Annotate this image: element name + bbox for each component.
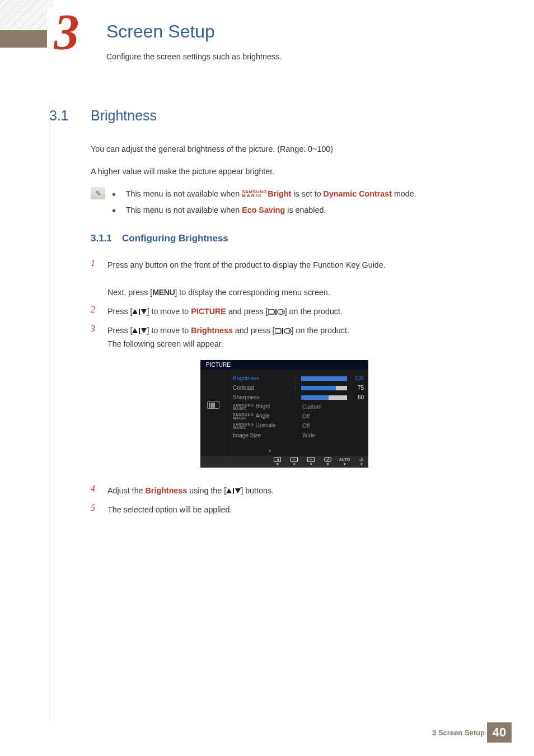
step-keyword: Brightness — [146, 486, 188, 495]
osd-auto-icon: AUTO▾ — [341, 457, 348, 466]
osd-down-arrow-icon: ▼ — [268, 449, 272, 454]
svg-rect-4 — [275, 309, 277, 315]
osd-slider — [301, 395, 348, 400]
up-down-icon — [132, 309, 147, 315]
note-list: • This menu is not available when SAMSUN… — [112, 186, 485, 219]
left-margin-rule — [49, 101, 50, 722]
page-number: 40 — [487, 722, 512, 743]
osd-row-magic-upscale: SAMSUNGMAGICUpscale: Off — [233, 421, 364, 431]
osd-enter-icon: ↲▾ — [324, 457, 331, 466]
step-text: Press [ — [107, 326, 133, 335]
select-enter-icon — [268, 309, 285, 315]
svg-marker-0 — [132, 309, 138, 314]
menu-button-label: MENU — [152, 288, 175, 297]
chapter-title: Screen Setup — [106, 21, 215, 42]
samsung-magic-logo: SAMSUNGMAGIC — [233, 404, 254, 410]
step-text: and press [ — [226, 307, 268, 316]
osd-value: 100 — [350, 375, 364, 381]
svg-marker-9 — [141, 328, 147, 333]
page-footer: 3 Screen Setup 40 — [0, 722, 534, 739]
osd-label: Brightness — [233, 375, 294, 381]
note-text: is set to — [291, 189, 323, 198]
osd-value: Custom — [302, 404, 321, 410]
svg-marker-14 — [226, 488, 232, 493]
paragraph-2: A higher value will make the picture app… — [91, 166, 485, 178]
osd-label: Sharpness — [233, 394, 294, 400]
note-item-1: • This menu is not available when SAMSUN… — [112, 186, 485, 199]
svg-rect-1 — [139, 309, 140, 315]
step-text: Press [ — [107, 307, 133, 316]
osd-value: 75 — [350, 385, 364, 391]
osd-back-icon: ◂▾ — [274, 457, 281, 466]
step-text: and press [ — [233, 326, 275, 335]
step-text: ] on the product. — [292, 326, 349, 335]
step-keyword: PICTURE — [191, 307, 226, 316]
footer-section-label: 3 Screen Setup — [432, 729, 485, 737]
svg-rect-3 — [268, 310, 274, 314]
osd-title: PICTURE — [200, 360, 368, 370]
samsung-magic-logo: SAMSUNGMAGIC — [242, 190, 267, 198]
osd-slider — [301, 386, 348, 390]
samsung-magic-logo: SAMSUNGMAGIC — [233, 413, 254, 420]
osd-row-contrast: Contrast: 75 — [233, 383, 364, 393]
svg-rect-8 — [139, 328, 140, 334]
step-4: 4 Adjust the Brightness using the [] but… — [91, 484, 485, 497]
osd-value: Off — [302, 413, 310, 419]
note-text: This menu is not available when — [126, 189, 242, 198]
step-1: 1 Press any button on the front of the p… — [91, 258, 485, 299]
up-down-icon — [132, 328, 147, 334]
svg-rect-11 — [282, 328, 283, 334]
samsung-magic-logo: SAMSUNGMAGIC — [233, 423, 254, 430]
osd-plus-icon: +▾ — [307, 457, 315, 466]
step-text: Adjust the — [107, 486, 146, 495]
step-list: 1 Press any button on the front of the p… — [91, 258, 485, 357]
osd-row-magic-bright: SAMSUNGMAGICBright: Custom — [233, 402, 364, 412]
section-title: Brightness — [91, 108, 157, 124]
step-5: 5 The selected option will be applied. — [91, 503, 485, 516]
svg-marker-2 — [141, 309, 147, 314]
svg-rect-10 — [275, 329, 281, 333]
bullet-icon: • — [112, 188, 116, 200]
step-text: using the [ — [187, 486, 226, 495]
svg-point-6 — [282, 311, 283, 312]
step-text: ] to move to — [147, 307, 191, 316]
up-down-icon — [226, 488, 241, 494]
osd-footer: ◂▾ −▾ +▾ ↲▾ AUTO▾ ⏻▾ — [200, 456, 368, 468]
osd-slider — [301, 376, 348, 381]
section-number: 3.1 — [49, 108, 69, 124]
note-keyword: Dynamic Contrast — [324, 189, 392, 198]
osd-sidebar — [200, 370, 226, 455]
chapter-number: 3 — [47, 7, 86, 62]
step-text: Next, press [ — [107, 288, 152, 297]
step-list-bottom: 4 Adjust the Brightness using the [] but… — [91, 484, 485, 522]
osd-menu: PICTURE Brightness: 100 Contrast: 75 Sha… — [200, 360, 368, 468]
step-number: 3 — [91, 324, 105, 334]
step-number: 2 — [91, 305, 105, 315]
subsection-title: Configuring Brightness — [122, 233, 228, 244]
osd-value: Wide — [302, 432, 315, 438]
osd-minus-icon: −▾ — [291, 457, 298, 466]
osd-label: Upscale — [255, 422, 275, 428]
step-text: ] on the product. — [285, 307, 343, 316]
step-text: ] buttons. — [241, 486, 274, 495]
osd-power-icon: ⏻▾ — [358, 457, 365, 466]
osd-row-image-size: Image Size: Wide — [233, 431, 364, 440]
osd-label: Contrast — [233, 385, 294, 391]
bullet-icon: • — [112, 204, 116, 217]
step-text: The following screen will appear. — [107, 339, 223, 348]
step-keyword: Brightness — [191, 326, 233, 335]
osd-row-brightness: Brightness: 100 — [233, 374, 364, 383]
svg-rect-15 — [233, 488, 234, 494]
note-text: This menu is not available when — [126, 206, 242, 214]
chapter-subtitle: Configure the screen settings such as br… — [106, 52, 282, 61]
note-icon: ✎ — [91, 187, 105, 199]
step-text: Press any button on the front of the pro… — [107, 260, 386, 269]
osd-label: Image Size — [233, 432, 296, 438]
osd-value: 60 — [350, 394, 364, 400]
step-number: 5 — [91, 503, 105, 513]
picture-category-icon — [207, 401, 219, 409]
osd-value: Off — [302, 423, 310, 429]
svg-marker-16 — [235, 488, 241, 493]
osd-label: Bright — [255, 403, 270, 409]
osd-row-magic-angle: SAMSUNGMAGICAngle: Off — [233, 412, 364, 421]
